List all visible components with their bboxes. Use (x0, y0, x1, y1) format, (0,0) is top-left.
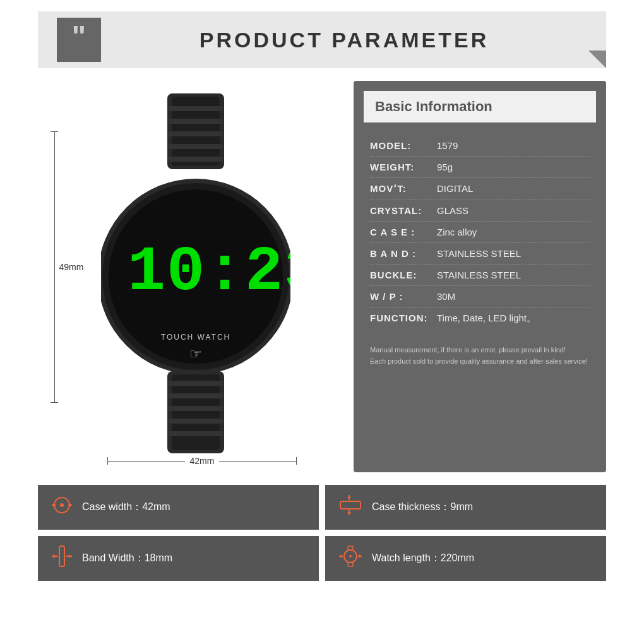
spec-value: DIGITAL (437, 183, 473, 194)
bottom-specs: Case width：42mm Case thickness：9mm Band … (38, 485, 606, 581)
spec-label: MODEL: (370, 140, 433, 151)
spec-value: 95g (437, 162, 453, 172)
quote-icon: " (72, 21, 86, 52)
spec-card: Case thickness：9mm (325, 485, 606, 530)
spec-card-value: 18mm (145, 552, 172, 563)
svg-rect-19 (169, 431, 223, 436)
basic-info-header: Basic Information (364, 91, 596, 122)
spec-card-value: 42mm (142, 501, 170, 512)
svg-text:TOUCH WATCH: TOUCH WATCH (161, 333, 230, 342)
svg-rect-17 (169, 406, 223, 411)
spec-card-text: Band Width：18mm (82, 552, 172, 565)
spec-label: BUCKLE: (370, 270, 433, 280)
dim-tick-right (296, 457, 297, 465)
svg-point-21 (60, 503, 64, 507)
svg-rect-4 (169, 131, 223, 136)
corner-decoration (588, 51, 606, 68)
spec-label: W / P : (370, 291, 433, 302)
spec-row: WEIGHT: 95g (370, 157, 590, 178)
svg-marker-43 (359, 554, 362, 558)
dimension-width: 42mm (107, 456, 297, 466)
svg-marker-35 (69, 554, 72, 558)
svg-point-39 (349, 555, 352, 558)
disclaimer-line1: Manual measurement, if there is an error… (370, 345, 590, 356)
spec-value: Time, Date, LED light。 (437, 313, 536, 325)
page-title: PRODUCT PARAMETER (101, 28, 587, 52)
svg-rect-2 (169, 106, 223, 111)
svg-text:10:23: 10:23 (128, 237, 290, 308)
spec-row: BUCKLE: STAINLESS STEEL (370, 265, 590, 286)
spec-value: 1579 (437, 140, 458, 151)
spec-row: MOVʼT: DIGITAL (370, 178, 590, 200)
watch-illustration: 10:23 TOUCH WATCH ☞ (101, 93, 290, 456)
spec-card: Watch length：220mm (325, 536, 606, 581)
spec-label: MOVʼT: (370, 183, 433, 194)
spec-card: Band Width：18mm (38, 536, 319, 581)
basic-info-title: Basic Information (375, 98, 492, 114)
svg-rect-3 (169, 119, 223, 124)
svg-rect-6 (169, 157, 223, 162)
svg-rect-15 (169, 381, 223, 386)
spec-card-icon (338, 545, 363, 572)
spec-label: B A N D : (370, 248, 433, 259)
spec-card-text: Watch length：220mm (372, 552, 474, 565)
spec-label: FUNCTION: (370, 313, 433, 323)
svg-rect-16 (169, 393, 223, 398)
quote-box: " (57, 18, 101, 62)
spec-row: B A N D : STAINLESS STEEL (370, 243, 590, 265)
spec-card-text: Case width：42mm (82, 501, 170, 514)
dim-line-vertical: 49mm (54, 132, 55, 402)
dim-tick-bottom (51, 402, 58, 403)
spec-card: Case width：42mm (38, 485, 319, 530)
spec-row: CRYSTAL: GLASS (370, 200, 590, 222)
svg-rect-18 (169, 419, 223, 424)
svg-marker-34 (52, 554, 55, 558)
svg-rect-5 (169, 144, 223, 149)
spec-table: MODEL: 1579 WEIGHT: 95g MOVʼT: DIGITAL C… (364, 135, 596, 330)
svg-text:☞: ☞ (189, 346, 202, 362)
info-panel: Basic Information MODEL: 1579 WEIGHT: 95… (354, 81, 606, 472)
spec-label: C A S E : (370, 227, 433, 237)
svg-marker-30 (347, 512, 351, 515)
spec-row: W / P : 30M (370, 286, 590, 307)
spec-card-icon (338, 494, 363, 521)
dim-label-height: 49mm (59, 262, 84, 272)
watch-wrapper: 49mm (82, 81, 297, 472)
watch-section: 49mm (38, 81, 341, 472)
dimension-height: 49mm (51, 131, 58, 403)
spec-value: STAINLESS STEEL (437, 270, 521, 280)
main-content: 49mm (38, 81, 606, 472)
spec-card-value: 9mm (451, 501, 474, 512)
dim-line-horizontal-2 (219, 461, 296, 462)
spec-row: FUNCTION: Time, Date, LED light。 (370, 307, 590, 330)
disclaimer-line2: Each product sold to provide quality ass… (370, 356, 590, 367)
spec-value: STAINLESS STEEL (437, 248, 521, 259)
spec-card-value: 220mm (441, 552, 474, 563)
svg-marker-24 (52, 503, 54, 507)
page-header: " PRODUCT PARAMETER (38, 11, 606, 68)
svg-rect-26 (340, 501, 361, 509)
spec-row: C A S E : Zinc alloy (370, 222, 590, 243)
spec-label: WEIGHT: (370, 162, 433, 172)
spec-card-icon (51, 545, 73, 572)
spec-label: CRYSTAL: (370, 205, 433, 216)
spec-row: MODEL: 1579 (370, 135, 590, 157)
svg-rect-31 (59, 546, 64, 566)
spec-card-icon (51, 494, 73, 521)
svg-marker-42 (339, 554, 342, 558)
svg-marker-25 (69, 503, 72, 507)
spec-value: Zinc alloy (437, 227, 477, 237)
spec-value: 30M (437, 291, 455, 302)
disclaimer: Manual measurement, if there is an error… (364, 345, 596, 367)
dim-label-width: 42mm (185, 456, 220, 466)
spec-value: GLASS (437, 205, 468, 216)
svg-marker-29 (347, 495, 351, 498)
spec-card-text: Case thickness：9mm (372, 501, 473, 514)
dim-line-horizontal (108, 461, 185, 462)
